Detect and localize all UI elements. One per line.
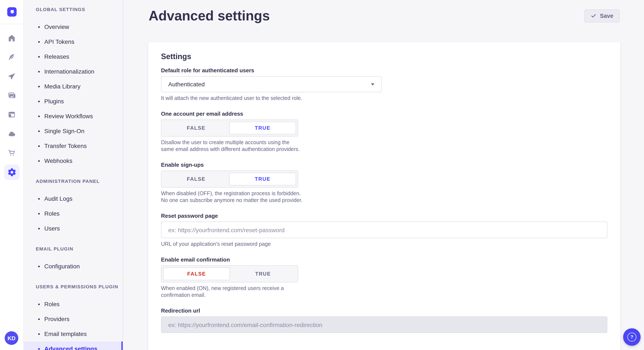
settings-nav: GLOBAL SETTINGSOverviewAPI TokensRelease…: [24, 0, 123, 350]
sidebar-item-releases[interactable]: Releases: [24, 49, 123, 64]
toggle-true-option[interactable]: TRUE: [229, 122, 296, 134]
default-role-label: Default role for authenticated users: [161, 68, 607, 74]
nav-section-title: USERS & PERMISSIONS PLUGIN: [24, 284, 123, 289]
default-role-value: Authenticated: [168, 81, 205, 88]
main-nav-rail: KD: [0, 0, 24, 350]
email-confirmation-toggle: FALSE TRUE: [161, 265, 298, 282]
reset-password-hint: URL of your application's reset password…: [161, 241, 607, 247]
default-role-hint: It will attach the new authenticated use…: [161, 95, 607, 102]
enable-signups-toggle: FALSE TRUE: [161, 171, 298, 187]
one-account-label: One account per email address: [161, 111, 607, 117]
settings-card: Settings Default role for authenticated …: [148, 42, 620, 350]
toggle-false-option[interactable]: FALSE: [163, 268, 230, 280]
logo-area: [0, 0, 24, 24]
active-rail-highlight: [4, 164, 20, 180]
media-library-icon[interactable]: [0, 86, 24, 105]
help-button[interactable]: ?: [623, 328, 640, 346]
cloud-icon[interactable]: [0, 124, 24, 143]
nav-section-title: GLOBAL SETTINGS: [24, 7, 123, 12]
nav-section-list: Audit LogsRolesUsers: [24, 191, 123, 236]
question-mark-icon: ?: [628, 333, 636, 342]
sidebar-item-email-templates[interactable]: Email templates: [24, 327, 123, 342]
paper-plane-icon[interactable]: [0, 67, 24, 86]
sidebar-item-audit-logs[interactable]: Audit Logs: [24, 191, 123, 206]
sidebar-item-internationalization[interactable]: Internationalization: [24, 64, 123, 79]
strapi-logo[interactable]: [7, 7, 16, 16]
nav-section-title: ADMINISTRATION PANEL: [24, 178, 123, 184]
user-avatar[interactable]: KD: [5, 331, 18, 345]
one-account-toggle: FALSE TRUE: [161, 120, 298, 137]
nav-section-list: OverviewAPI TokensReleasesInternationali…: [24, 19, 123, 169]
default-role-field: Default role for authenticated users Aut…: [161, 68, 607, 102]
email-confirmation-label: Enable email confirmation: [161, 257, 607, 263]
save-button[interactable]: Save: [584, 9, 620, 22]
sidebar-item-webhooks[interactable]: Webhooks: [24, 154, 123, 169]
reset-password-field: Reset password page URL of your applicat…: [161, 213, 607, 247]
layout-icon[interactable]: [0, 105, 24, 124]
app-window: KD GLOBAL SETTINGSOverviewAPI TokensRele…: [0, 0, 644, 350]
enable-signups-label: Enable sign-ups: [161, 162, 607, 168]
home-icon[interactable]: [0, 28, 24, 48]
toggle-true-option[interactable]: TRUE: [230, 268, 296, 280]
reset-password-label: Reset password page: [161, 213, 607, 219]
sidebar-item-review-workflows[interactable]: Review Workflows: [24, 109, 123, 124]
email-confirmation-field: Enable email confirmation FALSE TRUE Whe…: [161, 257, 607, 299]
reset-password-input[interactable]: [161, 222, 607, 238]
toggle-false-option[interactable]: FALSE: [163, 122, 229, 134]
redirection-url-label: Redirection url: [161, 308, 607, 314]
sidebar-item-media-library[interactable]: Media Library: [24, 79, 123, 94]
settings-gear-icon[interactable]: [0, 163, 24, 181]
sidebar-item-transfer-tokens[interactable]: Transfer Tokens: [24, 139, 123, 154]
toggle-true-option[interactable]: TRUE: [229, 173, 296, 185]
enable-signups-hint: When disabled (OFF), the registration pr…: [161, 190, 304, 204]
toggle-false-option[interactable]: FALSE: [163, 173, 229, 185]
feather-icon[interactable]: [0, 48, 24, 67]
sidebar-item-providers[interactable]: Providers: [24, 312, 123, 327]
enable-signups-field: Enable sign-ups FALSE TRUE When disabled…: [161, 162, 607, 204]
one-account-hint: Disallow the user to create multiple acc…: [161, 139, 304, 153]
sidebar-item-single-sign-on[interactable]: Single Sign-On: [24, 124, 123, 139]
rail-icon-list: [0, 28, 24, 181]
redirection-url-field: Redirection url: [161, 308, 607, 333]
page-title: Advanced settings: [149, 8, 270, 23]
email-confirmation-hint: When enabled (ON), new registered users …: [161, 285, 304, 299]
main-content: Advanced settings Save Settings Default …: [123, 0, 644, 350]
one-account-field: One account per email address FALSE TRUE…: [161, 111, 607, 153]
sidebar-item-overview[interactable]: Overview: [24, 19, 123, 34]
nav-section-list: RolesProvidersEmail templatesAdvanced se…: [24, 297, 123, 350]
check-icon: [591, 13, 596, 19]
chevron-down-icon: [371, 83, 374, 85]
save-button-label: Save: [600, 13, 613, 19]
redirection-url-input: [161, 316, 607, 333]
sidebar-item-configuration[interactable]: Configuration: [24, 259, 123, 274]
nav-section-title: EMAIL PLUGIN: [24, 246, 123, 251]
nav-section-list: Configuration: [24, 259, 123, 274]
marketplace-cart-icon[interactable]: [0, 143, 24, 163]
card-heading: Settings: [161, 52, 607, 61]
sidebar-item-roles[interactable]: Roles: [24, 206, 123, 221]
default-role-select[interactable]: Authenticated: [161, 76, 382, 92]
sidebar-item-api-tokens[interactable]: API Tokens: [24, 34, 123, 49]
sidebar-item-roles[interactable]: Roles: [24, 297, 123, 312]
sidebar-item-advanced-settings[interactable]: Advanced settings: [24, 342, 123, 350]
sidebar-item-users[interactable]: Users: [24, 221, 123, 236]
sidebar-item-plugins[interactable]: Plugins: [24, 94, 123, 109]
